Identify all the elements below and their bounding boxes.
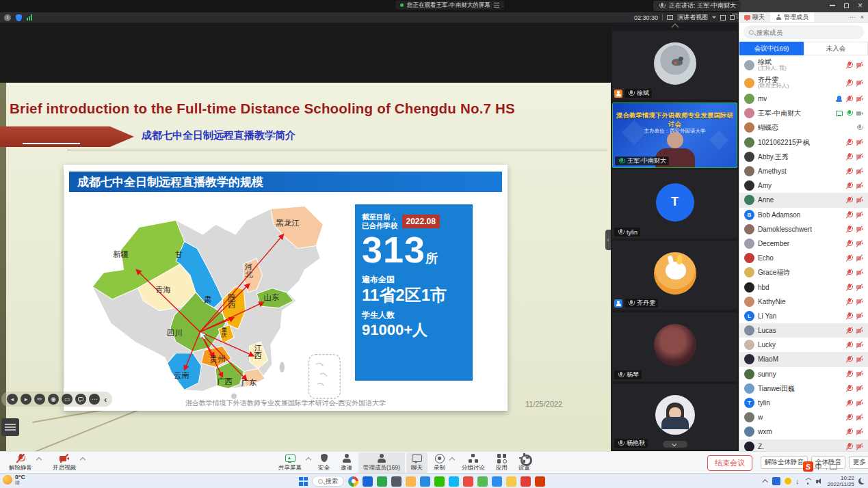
toolbar-chat-button[interactable]: 聊天 — [406, 452, 428, 473]
comment-tool-button[interactable] — [75, 394, 86, 405]
member-row[interactable]: 蝴蝶恋 — [739, 120, 868, 135]
tray-expand-icon[interactable] — [762, 479, 767, 485]
more-tool-button[interactable]: ⋯ — [89, 394, 100, 405]
toolbar-apps-button[interactable]: 应用 — [491, 452, 512, 473]
member-row[interactable]: 徐斌 (主持人, 我) — [739, 56, 868, 74]
close-button[interactable]: × — [858, 1, 863, 10]
member-row[interactable]: Amethyst — [739, 164, 868, 178]
view-mode-caret-icon[interactable] — [712, 16, 716, 18]
toolbar-cam-button[interactable]: 开启视频 — [48, 452, 81, 473]
taskbar-app-12[interactable] — [521, 476, 531, 487]
member-row[interactable]: Tianwei田巍 — [739, 381, 868, 396]
member-row[interactable]: 王军-中南财大 — [739, 106, 868, 120]
member-search[interactable] — [744, 25, 864, 39]
taskbar-app-3[interactable] — [391, 476, 402, 487]
taskbar-search[interactable]: 搜索 — [312, 476, 344, 487]
screen-tool-button[interactable]: ▭ — [62, 394, 73, 405]
search-input[interactable] — [757, 29, 858, 36]
member-row[interactable]: B Bob Adamson — [739, 208, 868, 222]
taskbar-app-6[interactable] — [434, 476, 445, 487]
laser-tool-button[interactable]: ◉ — [48, 394, 59, 405]
taskbar-weather[interactable]: 0°C 晴 — [3, 474, 25, 486]
member-row[interactable]: Lucky — [739, 338, 868, 352]
member-row[interactable]: hbd — [739, 280, 868, 294]
taskbar-app-0[interactable] — [348, 476, 358, 487]
video-tile-active-speaker[interactable]: 混合教学情境下外语教师专业发展国际研讨会 主办单位：西安外国语大学 王军-中南财… — [612, 103, 737, 168]
taskbar-app-11[interactable] — [506, 476, 516, 487]
caret-up-icon[interactable] — [306, 457, 311, 463]
taskbar-app-9[interactable] — [477, 476, 488, 487]
toolbar-breakout-button[interactable]: 分组讨论 — [457, 452, 490, 473]
strip-collapse-handle[interactable]: ‹ — [605, 230, 611, 250]
toolbar-shield-button[interactable]: 安全 — [313, 452, 334, 473]
toolbar-gear-button[interactable]: 设置 — [514, 452, 535, 473]
tab-members[interactable]: 管理成员 — [770, 12, 814, 22]
video-tile[interactable]: T tylin — [612, 170, 737, 239]
member-row[interactable]: Echo — [739, 251, 868, 265]
sogou-logo-icon[interactable]: S — [803, 461, 813, 472]
taskbar-app-2[interactable] — [377, 476, 387, 487]
security-shield-icon[interactable] — [16, 14, 22, 21]
focus-assist-icon[interactable] — [858, 478, 865, 485]
end-meeting-button[interactable]: 结束会议 — [707, 455, 752, 471]
toolbar-mic-button[interactable]: 解除静音 — [4, 452, 37, 473]
toolbar-screen-button[interactable]: 共享屏幕 — [274, 452, 306, 473]
taskbar-app-1[interactable] — [363, 476, 373, 487]
volume-icon[interactable] — [816, 478, 824, 485]
member-row[interactable]: T tylin — [739, 396, 868, 410]
member-row[interactable]: w — [739, 410, 868, 424]
panel-more-icon[interactable]: ⋯ — [850, 14, 856, 21]
tab-in-meeting[interactable]: 会议中(169) — [739, 42, 804, 55]
video-tile[interactable]: 杨艳秋 — [612, 384, 737, 450]
play-tool-button[interactable]: ▸ — [21, 394, 31, 405]
ime-keyboard-icon[interactable] — [830, 464, 837, 470]
view-mode-label[interactable]: 演讲者视图 — [677, 13, 708, 22]
member-row[interactable]: mv — [739, 92, 868, 106]
member-row[interactable]: December — [739, 236, 868, 251]
annotation-collapse-icon[interactable]: ‹ — [104, 394, 107, 405]
menu-icon[interactable] — [494, 3, 499, 8]
taskbar-app-13[interactable] — [535, 476, 545, 487]
tray-app-icon[interactable] — [785, 478, 791, 485]
member-row[interactable]: Abby.王秀 — [739, 150, 868, 164]
wifi-icon[interactable] — [804, 478, 812, 485]
thumbnail-list-toggle[interactable] — [1, 418, 19, 436]
download-icon[interactable]: ↓ — [795, 478, 800, 485]
panel-footer-button-0[interactable]: 解除全体静音 — [761, 456, 808, 469]
member-row[interactable]: Amy — [739, 178, 868, 193]
member-row[interactable]: 1021062215尹枫 — [739, 135, 868, 150]
caret-up-icon[interactable] — [80, 457, 86, 463]
fullscreen-icon[interactable] — [720, 15, 726, 21]
member-row[interactable]: MiaoM — [739, 352, 868, 366]
minimize-button[interactable] — [830, 5, 835, 6]
tab-not-joined[interactable]: 未入会 — [804, 42, 868, 55]
meeting-info-icon[interactable]: i — [4, 14, 11, 21]
toolbar-record-button[interactable]: 录制 — [429, 452, 450, 473]
member-row[interactable]: Grace福诗 — [739, 265, 868, 280]
member-row[interactable]: Damoklesschwert — [739, 222, 868, 236]
taskbar-app-7[interactable] — [449, 476, 459, 487]
member-row[interactable]: sunny — [739, 367, 868, 381]
strip-scroll-up-icon[interactable] — [671, 23, 679, 31]
panel-close-icon[interactable]: × — [860, 14, 864, 21]
taskbar-app-10[interactable] — [492, 476, 502, 487]
start-button[interactable] — [299, 477, 308, 486]
maximize-button[interactable] — [844, 3, 849, 8]
toolbar-members-button[interactable]: 管理成员(169) — [358, 452, 405, 473]
ime-mode[interactable]: 中 — [815, 462, 822, 472]
member-row[interactable]: 齐丹雯 (联席主持人) — [739, 74, 868, 92]
video-tile[interactable]: 杨琴 — [612, 312, 737, 381]
caret-up-icon[interactable] — [36, 457, 42, 463]
toolbar-invite-button[interactable]: 邀请 — [336, 452, 357, 473]
taskbar-app-8[interactable] — [463, 476, 473, 487]
ime-bar[interactable]: S 中 ’, — [803, 461, 837, 472]
member-row[interactable]: Anne — [739, 193, 868, 207]
strip-scroll-down-button[interactable] — [663, 441, 687, 448]
taskbar-app-4[interactable] — [406, 476, 416, 487]
member-row[interactable]: L Li Yan — [739, 309, 868, 323]
caret-up-icon[interactable] — [449, 457, 455, 463]
popout-icon[interactable] — [730, 15, 735, 20]
watching-banner[interactable]: 您正在观看王军-中南财大的屏幕 — [395, 1, 504, 10]
meeting-tray-icon[interactable] — [772, 477, 780, 485]
taskbar-app-5[interactable] — [420, 476, 430, 487]
